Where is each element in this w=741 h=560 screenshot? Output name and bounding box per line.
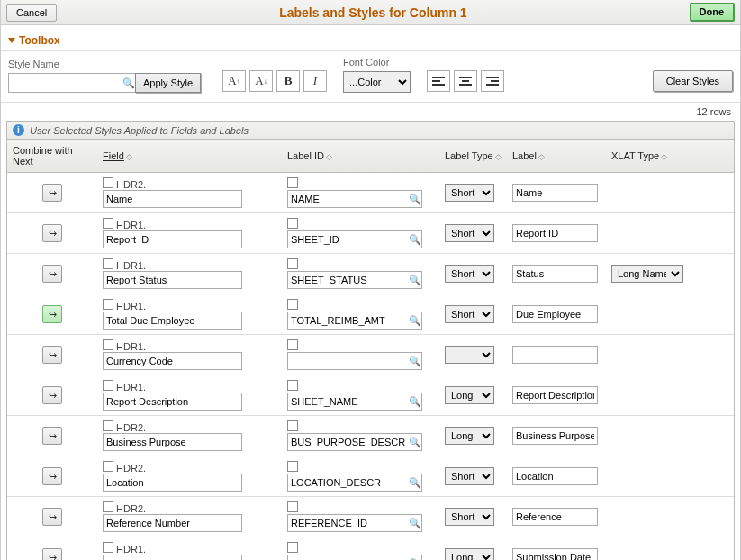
font-decrease-button[interactable]: A↓ [249,70,273,92]
col-label-id[interactable]: Label ID◇ [282,140,439,173]
label-id-input[interactable] [287,352,422,370]
apply-style-button[interactable]: Apply Style [135,73,201,93]
field-input[interactable] [103,312,242,330]
field-checkbox[interactable] [103,218,113,229]
col-label[interactable]: Label◇ [507,140,606,173]
col-label-type[interactable]: Label Type◇ [439,140,507,173]
labelid-checkbox[interactable] [287,501,298,512]
col-xlat[interactable]: XLAT Type◇ [606,140,734,173]
col-field[interactable]: Field◇ [97,140,282,173]
field-input[interactable] [103,271,242,289]
label-type-select[interactable]: Short [445,508,494,526]
label-type-select[interactable]: Short [445,265,494,283]
combine-button[interactable]: ↪ [42,427,62,445]
labelid-checkbox[interactable] [287,461,298,472]
search-icon[interactable]: 🔍 [122,77,135,89]
labelid-checkbox[interactable] [287,542,298,553]
field-input[interactable] [103,393,242,411]
label-input[interactable] [512,467,598,485]
label-id-input[interactable] [287,190,422,208]
field-input[interactable] [103,230,242,248]
done-button[interactable]: Done [690,3,736,22]
label-input[interactable] [512,508,598,526]
field-checkbox[interactable] [103,461,113,472]
label-type-select[interactable]: Long [445,548,494,560]
field-input[interactable] [103,352,242,370]
labelid-checkbox[interactable] [287,339,298,350]
xlat-select[interactable]: Long Name [611,265,683,283]
labelid-checkbox[interactable] [287,299,298,310]
label-id-input[interactable] [287,514,422,532]
cancel-button[interactable]: Cancel [6,4,57,22]
labelid-checkbox[interactable] [287,177,298,188]
field-checkbox[interactable] [103,542,113,553]
bold-button[interactable]: B [276,70,300,92]
label-type-select[interactable]: Short [445,184,494,202]
field-input[interactable] [103,433,242,451]
label-type-select[interactable]: Short [445,305,494,323]
field-input[interactable] [103,514,242,532]
label-id-input[interactable] [287,230,422,248]
field-checkbox[interactable] [103,177,113,188]
combine-button[interactable]: ↪ [42,305,62,323]
label-id-input[interactable] [287,555,422,560]
field-checkbox[interactable] [103,420,113,431]
label-input[interactable] [512,386,598,404]
combine-button[interactable]: ↪ [42,184,62,202]
field-checkbox[interactable] [103,258,113,269]
combine-button[interactable]: ↪ [42,548,62,560]
align-left-button[interactable] [427,70,450,92]
field-input[interactable] [103,555,242,560]
toolbox-header[interactable]: Toolbox [1,25,740,50]
labelid-checkbox[interactable] [287,218,298,229]
clear-styles-button[interactable]: Clear Styles [653,70,733,92]
align-right-button[interactable] [481,70,504,92]
label-type-select[interactable] [445,346,494,364]
combine-button[interactable]: ↪ [42,346,62,364]
search-icon[interactable]: 🔍 [408,315,422,327]
combine-button[interactable]: ↪ [42,224,62,242]
search-icon[interactable]: 🔍 [408,194,422,205]
search-icon[interactable]: 🔍 [408,356,422,367]
labelid-checkbox[interactable] [287,420,298,431]
combine-button[interactable]: ↪ [42,467,62,485]
field-checkbox[interactable] [103,380,113,391]
search-icon[interactable]: 🔍 [408,477,422,489]
label-input[interactable] [512,548,598,560]
font-color-select[interactable]: ...Color [343,71,411,93]
label-type-select[interactable]: Short [445,467,494,485]
search-icon[interactable]: 🔍 [408,518,422,529]
field-checkbox[interactable] [103,501,113,512]
label-id-input[interactable] [287,393,422,411]
combine-button[interactable]: ↪ [42,265,62,283]
label-type-select[interactable]: Long [445,386,494,404]
combine-button[interactable]: ↪ [42,386,62,404]
label-id-input[interactable] [287,271,422,289]
label-input[interactable] [512,224,598,242]
col-combine[interactable]: Combine with Next [7,140,97,173]
align-center-button[interactable] [454,70,477,92]
label-type-select[interactable]: Short [445,224,494,242]
label-id-input[interactable] [287,312,422,330]
label-id-input[interactable] [287,433,422,451]
field-checkbox[interactable] [103,339,113,350]
label-type-select[interactable]: Long [445,427,494,445]
combine-button[interactable]: ↪ [42,508,62,526]
search-icon[interactable]: 🔍 [408,234,422,246]
field-checkbox[interactable] [103,299,113,310]
label-input[interactable] [512,305,598,323]
search-icon[interactable]: 🔍 [408,437,422,448]
labelid-checkbox[interactable] [287,258,298,269]
font-increase-button[interactable]: A↑ [222,70,246,92]
italic-button[interactable]: I [303,70,327,92]
label-input[interactable] [512,184,598,202]
style-name-input[interactable] [8,73,139,93]
field-input[interactable] [103,190,242,208]
label-input[interactable] [512,265,598,283]
label-input[interactable] [512,346,598,364]
search-icon[interactable]: 🔍 [408,275,422,286]
label-input[interactable] [512,427,598,445]
label-id-input[interactable] [287,474,422,492]
labelid-checkbox[interactable] [287,380,298,391]
search-icon[interactable]: 🔍 [408,396,422,408]
